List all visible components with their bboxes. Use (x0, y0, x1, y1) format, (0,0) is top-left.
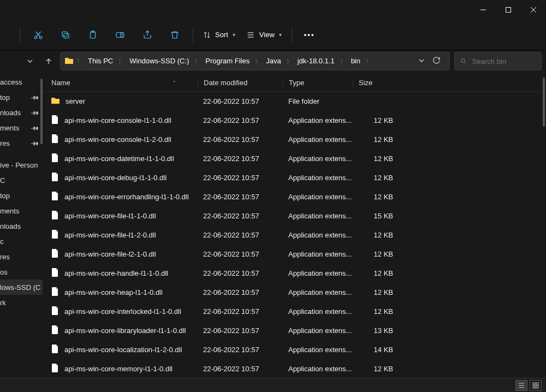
search-input[interactable] (472, 57, 536, 66)
sidebar-item-label: res (0, 139, 10, 147)
breadcrumb-segment[interactable]: This PC (84, 57, 117, 65)
details-view-toggle[interactable] (515, 380, 527, 391)
chevron-right-icon[interactable]: 〉 (193, 58, 201, 64)
file-row[interactable]: api-ms-win-core-file-l1-1-0.dll22-06-202… (43, 206, 546, 225)
breadcrumb-segment[interactable]: Program Files (201, 57, 254, 65)
file-name: api-ms-win-core-memory-l1-1-0.dll (64, 365, 173, 373)
breadcrumb-segment[interactable]: bin (347, 57, 365, 65)
more-button[interactable]: ••• (296, 31, 323, 39)
sidebar-item[interactable]: rk (0, 295, 43, 310)
chevron-right-icon[interactable]: 〉 (254, 58, 262, 64)
sidebar-item[interactable]: os (0, 264, 43, 280)
paste-button[interactable] (79, 24, 106, 46)
sidebar-item[interactable]: top (0, 188, 43, 203)
sidebar-item[interactable]: ments📌 (0, 120, 43, 135)
svg-point-4 (34, 36, 37, 39)
sidebar-item[interactable]: ive - Person (0, 157, 43, 173)
navigation-pane[interactable]: accesstop📌nloads📌ments📌res📌 ive - Person… (0, 74, 43, 378)
sidebar-item-label: C (0, 176, 5, 185)
chevron-right-icon[interactable]: 〉 (339, 58, 347, 64)
file-row[interactable]: api-ms-win-core-datetime-l1-1-0.dll22-06… (43, 149, 546, 168)
rename-button[interactable] (106, 24, 134, 46)
breadcrumb-segment[interactable]: Windows-SSD (C:) (125, 57, 193, 65)
file-type: Application extens... (283, 269, 353, 277)
sidebar-item[interactable]: ments (0, 203, 43, 218)
sort-label: Sort (215, 31, 228, 39)
up-button[interactable] (41, 52, 56, 70)
svg-rect-1 (506, 8, 511, 13)
separator (20, 28, 20, 42)
pin-icon: 📌 (31, 108, 39, 117)
sort-button[interactable]: Sort ▾ (198, 24, 241, 46)
chevron-right-icon[interactable]: 〉 (76, 57, 84, 65)
svg-point-18 (461, 59, 465, 63)
file-type: Application extens... (283, 326, 353, 335)
cut-button[interactable] (25, 24, 52, 46)
file-row[interactable]: api-ms-win-core-console-l1-2-0.dll22-06-… (43, 130, 546, 149)
sidebar-item[interactable]: lows-SSD (C (0, 280, 43, 295)
folder-icon (51, 97, 60, 106)
file-row[interactable]: api-ms-win-core-file-l2-1-0.dll22-06-202… (43, 245, 546, 264)
view-button[interactable]: View ▾ (241, 24, 287, 46)
chevron-right-icon[interactable]: 〉 (117, 58, 125, 64)
file-row[interactable]: api-ms-win-core-heap-l1-1-0.dll22-06-202… (43, 283, 546, 302)
breadcrumb-segment[interactable]: Java (262, 57, 285, 65)
file-size: 12 KB (353, 174, 402, 182)
breadcrumb-segment[interactable]: jdk-18.0.1.1 (293, 57, 339, 65)
sidebar-item[interactable]: top📌 (0, 90, 43, 105)
file-row[interactable]: api-ms-win-core-errorhandling-l1-1-0.dll… (43, 187, 546, 206)
file-row[interactable]: api-ms-win-core-file-l1-2-0.dll22-06-202… (43, 225, 546, 245)
delete-button[interactable] (161, 24, 188, 46)
recent-locations-button[interactable] (23, 52, 37, 70)
file-name: api-ms-win-core-console-l1-1-0.dll (64, 116, 171, 124)
file-date: 22-06-2022 10:57 (198, 288, 283, 296)
new-button[interactable] (4, 24, 15, 46)
file-row[interactable]: api-ms-win-core-memory-l1-1-0.dll22-06-2… (43, 359, 546, 378)
column-header-date[interactable]: Date modified (198, 79, 283, 87)
history-dropdown[interactable] (418, 57, 425, 66)
close-button[interactable] (521, 0, 546, 20)
file-list[interactable]: server22-06-2022 10:57File folderapi-ms-… (43, 92, 546, 378)
sidebar-item-label: c (0, 237, 4, 246)
sidebar-item[interactable]: C (0, 173, 43, 188)
file-date: 22-06-2022 10:57 (198, 155, 283, 163)
file-row[interactable]: api-ms-win-core-handle-l1-1-0.dll22-06-2… (43, 264, 546, 283)
breadcrumb[interactable]: 〉 This PC〉Windows-SSD (C:)〉Program Files… (60, 52, 450, 70)
minimize-button[interactable] (471, 0, 496, 20)
sidebar-item[interactable]: res📌 (0, 135, 43, 151)
refresh-button[interactable] (432, 56, 441, 66)
maximize-button[interactable] (496, 0, 521, 20)
sidebar-item[interactable]: nloads (0, 218, 43, 234)
file-row[interactable]: api-ms-win-core-debug-l1-1-0.dll22-06-20… (43, 168, 546, 187)
statusbar (0, 378, 546, 392)
file-date: 22-06-2022 10:57 (198, 212, 283, 220)
svg-rect-9 (62, 32, 67, 37)
column-header-size[interactable]: Size (353, 79, 402, 87)
separator (292, 28, 292, 42)
copy-button[interactable] (52, 24, 79, 46)
sidebar-item[interactable]: c (0, 234, 43, 249)
file-row[interactable]: api-ms-win-core-console-l1-1-0.dll22-06-… (43, 111, 546, 130)
sidebar-item[interactable]: nloads📌 (0, 105, 43, 120)
sidebar-item[interactable]: res (0, 249, 43, 264)
thumbnails-view-toggle[interactable] (530, 380, 542, 391)
chevron-right-icon[interactable]: 〉 (365, 58, 372, 64)
file-date: 22-06-2022 10:57 (198, 174, 283, 182)
file-row[interactable]: server22-06-2022 10:57File folder (43, 92, 546, 111)
file-row[interactable]: api-ms-win-core-localization-l1-2-0.dll2… (43, 340, 546, 359)
file-row[interactable]: api-ms-win-core-libraryloader-l1-1-0.dll… (43, 321, 546, 340)
file-date: 22-06-2022 10:57 (198, 250, 283, 258)
column-header-name[interactable]: Name ˄ (51, 79, 198, 87)
share-button[interactable] (134, 24, 161, 46)
file-name: api-ms-win-core-libraryloader-l1-1-0.dll (64, 326, 186, 335)
main-scrollbar[interactable] (543, 78, 545, 127)
file-type: Application extens... (283, 346, 353, 354)
file-type: Application extens... (283, 365, 353, 373)
sidebar-item[interactable]: access (0, 74, 43, 90)
file-row[interactable]: api-ms-win-core-interlocked-l1-1-0.dll22… (43, 302, 546, 321)
file-icon (51, 306, 59, 317)
chevron-right-icon[interactable]: 〉 (286, 58, 293, 64)
svg-rect-25 (533, 386, 535, 388)
search-box[interactable] (454, 52, 542, 70)
column-header-type[interactable]: Type (283, 79, 353, 87)
